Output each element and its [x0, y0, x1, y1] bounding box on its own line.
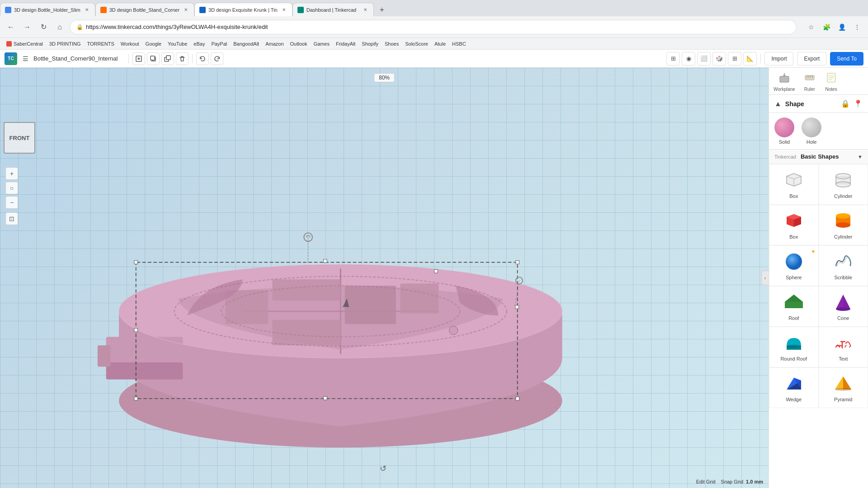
shape-item-pyramid[interactable]: Pyramid	[819, 367, 868, 408]
bookmark-games[interactable]: Games	[311, 40, 332, 47]
svg-point-58	[836, 222, 850, 228]
duplicate-button[interactable]	[161, 52, 174, 65]
bookmark-torrents[interactable]: TORRENTS	[85, 40, 117, 47]
shape-item-sphere[interactable]: ★ Sphere	[769, 245, 819, 286]
viewport[interactable]: FRONT + ○ − ⊡	[0, 68, 769, 488]
new-button[interactable]	[132, 52, 145, 65]
app-logo: TC	[5, 52, 17, 65]
new-tab-button[interactable]: +	[376, 4, 388, 16]
app-toolbar: TC ☰ Bottle_Stand_Corner90_Internal	[0, 50, 868, 68]
bookmark-paypal[interactable]: PayPal	[208, 40, 230, 47]
bookmark-friday-label: FridayAlt	[336, 41, 355, 47]
back-button[interactable]: ←	[5, 21, 17, 33]
bookmark-saber[interactable]: SaberCentral	[4, 40, 46, 47]
bookmark-hsbc[interactable]: HSBC	[449, 40, 469, 47]
workplane-icon	[777, 70, 792, 85]
svg-marker-38	[783, 73, 786, 76]
panel-collapse-button[interactable]: ›	[761, 271, 769, 285]
bookmark-shoes[interactable]: Shoes	[382, 40, 401, 47]
svg-rect-31	[434, 269, 438, 273]
redo-button[interactable]	[211, 52, 223, 65]
location-shape-icon[interactable]: 📍	[854, 99, 863, 108]
home-button[interactable]: ⌂	[53, 21, 66, 33]
bookmark-amazon[interactable]: Amazon	[263, 40, 286, 47]
extensions-button[interactable]: 🧩	[820, 21, 833, 33]
tab-1[interactable]: 3D design Bottle_Holder_Slim ✕	[0, 3, 95, 16]
lock-shape-icon[interactable]: 🔒	[841, 99, 850, 108]
shape-item-roof[interactable]: Roof	[769, 286, 819, 327]
tab-2[interactable]: 3D design Bottle_Stand_Corner ✕	[95, 3, 194, 16]
library-header: Tinkercad Basic Shapes ▼	[769, 150, 868, 164]
menu-button[interactable]: ⋮	[851, 21, 863, 33]
shape-preview-text	[832, 333, 854, 353]
forward-button[interactable]: →	[21, 21, 33, 33]
bookmark-bangood[interactable]: BangoodAlt	[231, 40, 262, 47]
collapse-shape-icon[interactable]: ▲	[774, 100, 782, 108]
shape-item-box-wire[interactable]: Box	[769, 164, 819, 205]
view-cube-tool[interactable]: 🎲	[712, 52, 726, 66]
edit-grid-label[interactable]: Edit Grid	[696, 479, 716, 484]
bookmark-3dprint-label: 3D PRINTING	[49, 41, 81, 47]
shape-name-box-wire: Box	[789, 193, 798, 199]
undo-button[interactable]	[196, 52, 209, 65]
rotate-handle[interactable]: ↺	[380, 464, 387, 474]
svg-rect-2	[151, 56, 155, 60]
svg-rect-36	[780, 76, 789, 82]
tab-3-label: 3D design Exquisite Krunk | Tin	[208, 7, 278, 13]
bookmark-3dprint[interactable]: 3D PRINTING	[47, 40, 84, 47]
hole-option[interactable]: Hole	[802, 117, 821, 145]
shape-item-scribble[interactable]: Scribble	[819, 245, 868, 286]
tab-3-close[interactable]: ✕	[280, 6, 288, 14]
shape-item-round-roof[interactable]: Round Roof	[769, 327, 819, 367]
profile-button[interactable]: 👤	[835, 21, 848, 33]
tab-4[interactable]: Dashboard | Tinkercad ✕	[292, 3, 374, 16]
bookmark-workout[interactable]: Workout	[118, 40, 142, 47]
ruler-tool[interactable]: Ruler	[802, 70, 817, 92]
workplane-tool[interactable]: Workplane	[774, 70, 795, 92]
menu-icon[interactable]: ☰	[19, 52, 32, 65]
view-box-tool[interactable]: ⬜	[697, 52, 711, 66]
star-button[interactable]: ☆	[805, 21, 817, 33]
bookmark-shopify[interactable]: Shopify	[359, 40, 381, 47]
shape-preview-roof	[783, 292, 805, 313]
shape-item-text[interactable]: Text	[819, 327, 868, 367]
shape-item-cylinder-solid[interactable]: Cylinder	[819, 205, 868, 245]
delete-button[interactable]	[176, 52, 189, 65]
snap-grid-tool[interactable]: ⊞	[666, 52, 680, 66]
measure-tool[interactable]: 📐	[743, 52, 757, 66]
bookmark-friday[interactable]: FridayAlt	[333, 40, 358, 47]
3d-object-svg	[14, 154, 642, 452]
shape-item-wedge[interactable]: Wedge	[769, 367, 819, 408]
shape-item-cone[interactable]: Cone	[819, 286, 868, 327]
solid-option[interactable]: Solid	[774, 117, 794, 145]
shape-item-cylinder-wire[interactable]: Cylinder	[819, 164, 868, 205]
bookmark-shoes-label: Shoes	[385, 41, 399, 47]
bookmark-youtube[interactable]: YouTube	[165, 40, 190, 47]
workplane-dot-tool[interactable]: ◉	[682, 52, 695, 66]
tab-2-close[interactable]: ✕	[182, 6, 189, 14]
tab-3[interactable]: 3D design Exquisite Krunk | Tin ✕	[194, 3, 292, 16]
import-button[interactable]: Import	[764, 52, 793, 66]
status-bar: Edit Grid Snap Grid 1.0 mm	[0, 475, 769, 488]
bookmark-atule[interactable]: Atule	[432, 40, 448, 47]
shape-name-sphere: Sphere	[786, 275, 802, 280]
shape-item-box-solid[interactable]: Box	[769, 205, 819, 245]
bookmarks-bar: SaberCentral 3D PRINTING TORRENTS Workou…	[0, 38, 868, 50]
address-input[interactable]: 🔒 https://www.tinkercad.com/things/3yRew…	[70, 20, 797, 34]
bookmark-atule-label: Atule	[434, 41, 446, 47]
bookmark-saber-label: SaberCentral	[14, 41, 43, 47]
refresh-button[interactable]: ↻	[37, 21, 50, 33]
tab-4-close[interactable]: ✕	[362, 6, 369, 14]
notes-tool[interactable]: Notes	[824, 70, 839, 92]
bookmark-soloscore-label: SoloScore	[405, 41, 428, 47]
tab-1-close[interactable]: ✕	[83, 6, 90, 14]
send-to-button[interactable]: Send To	[830, 52, 863, 66]
bookmark-soloscore[interactable]: SoloScore	[402, 40, 431, 47]
bookmark-outlook[interactable]: Outlook	[288, 40, 310, 47]
export-button[interactable]: Export	[797, 52, 826, 66]
bookmark-google[interactable]: Google	[143, 40, 164, 47]
align-tool[interactable]: ⊞	[728, 52, 741, 66]
bookmark-ebay[interactable]: eBay	[191, 40, 208, 47]
copy-button[interactable]	[147, 52, 160, 65]
library-dropdown[interactable]: ▼	[858, 154, 863, 160]
